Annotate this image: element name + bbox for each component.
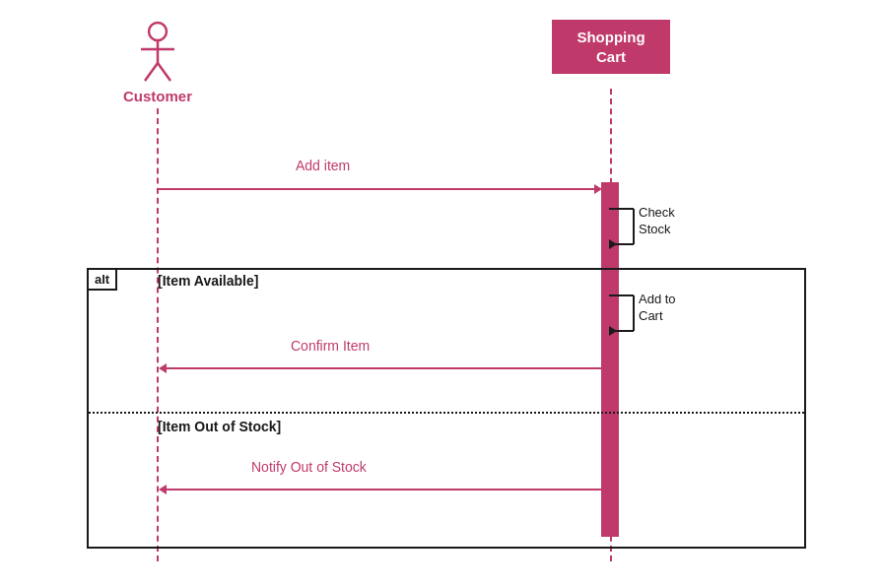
- notify-oos-arrowhead: [159, 481, 167, 498]
- svg-line-3: [145, 63, 158, 81]
- customer-label: Customer: [123, 88, 192, 104]
- svg-marker-8: [609, 239, 617, 249]
- add-item-label: Add item: [296, 158, 350, 173]
- add-item-line: [159, 188, 594, 190]
- cart-label: Shopping Cart: [577, 29, 645, 65]
- add-to-cart-arrow: [609, 294, 639, 342]
- message-confirm-item: [159, 359, 602, 377]
- actor-customer: Customer: [118, 20, 197, 104]
- check-stock-label: Check Stock: [639, 205, 675, 238]
- svg-line-4: [158, 63, 170, 81]
- actor-cart: Shopping Cart: [552, 20, 670, 74]
- alt-guard1: [Item Available]: [158, 273, 258, 289]
- svg-point-0: [149, 23, 167, 40]
- confirm-item-label: Confirm Item: [291, 338, 370, 354]
- confirm-item-arrowhead: [159, 359, 167, 377]
- notify-oos-line: [167, 489, 602, 490]
- alt-fragment: [87, 268, 806, 549]
- add-to-cart-svg: [609, 294, 639, 338]
- check-stock-svg: [609, 207, 639, 251]
- check-stock-arrow: [609, 207, 639, 255]
- cart-box: Shopping Cart: [552, 20, 670, 74]
- customer-icon: [133, 20, 182, 84]
- message-add-item: [159, 180, 602, 198]
- add-item-arrowhead: [594, 180, 602, 198]
- notify-oos-label: Notify Out of Stock: [251, 459, 367, 475]
- svg-marker-12: [609, 326, 617, 336]
- alt-keyword: alt: [87, 268, 117, 291]
- add-to-cart-label: Add to Cart: [639, 292, 676, 325]
- confirm-item-line: [167, 367, 602, 369]
- message-notify-oos: [159, 481, 602, 498]
- diagram-container: Customer Shopping Cart Add item Check St…: [0, 0, 882, 588]
- alt-divider: [89, 412, 804, 414]
- alt-guard2: [Item Out of Stock]: [158, 419, 281, 434]
